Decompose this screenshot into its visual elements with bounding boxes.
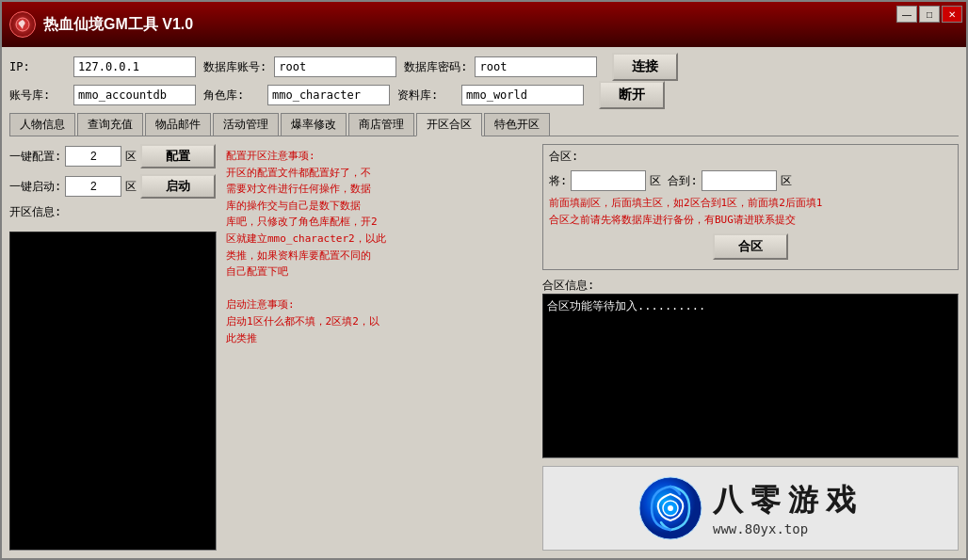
merge-info-area: 合区信息: 合区功能等待加入.......... [542, 274, 959, 458]
tab-item-mail[interactable]: 物品邮件 [145, 113, 211, 136]
form-row-2: 账号库: 角色库: 资料库: 断开 [9, 83, 959, 107]
ip-label: IP: [9, 60, 66, 73]
app-title: 热血仙境GM工具 V1.0 [43, 15, 193, 35]
right-panel: 合区: 将: 区 合到: 区 前面填副区，后面填主区，如2区合到1区，前面填2后… [542, 140, 959, 551]
tab-event-manage[interactable]: 活动管理 [213, 113, 279, 136]
db-account-label: 数据库账号: [203, 59, 266, 75]
merge-to-input[interactable] [702, 170, 777, 191]
connect-button[interactable]: 连接 [612, 53, 678, 81]
db-account-input[interactable] [274, 56, 396, 77]
disconnect-button[interactable]: 断开 [599, 81, 665, 109]
one-click-start-input[interactable] [65, 176, 121, 197]
merge-log-box: 合区功能等待加入.......... [542, 294, 959, 458]
instructions-text: 配置开区注意事项: 开区的配置文件都配置好了，不 需要对文件进行任何操作，数据 … [222, 144, 537, 551]
char-db-input[interactable] [267, 85, 390, 105]
instructions-panel: 配置开区注意事项: 开区的配置文件都配置好了，不 需要对文件进行任何操作，数据 … [222, 140, 537, 551]
tab-drop-modify[interactable]: 爆率修改 [281, 113, 347, 136]
merge-info-label: 合区信息: [542, 278, 959, 294]
jiang-label: 将: [549, 173, 567, 189]
merge-row-1: 将: 区 合到: 区 [549, 170, 952, 191]
account-db-label: 账号库: [9, 88, 66, 104]
merge-title: 合区: [549, 149, 952, 165]
ad-title: 八零游戏 [713, 480, 863, 521]
qu2-label: 区 [781, 173, 792, 189]
merge-section: 合区: 将: 区 合到: 区 前面填副区，后面填主区，如2区合到1区，前面填2后… [542, 144, 959, 270]
title-bar: 热血仙境GM工具 V1.0 — □ ✕ [2, 2, 966, 47]
one-click-config-input[interactable] [65, 146, 121, 167]
config-button[interactable]: 配置 [140, 144, 216, 168]
tab-shop-manage[interactable]: 商店管理 [348, 113, 414, 136]
tab-special-open[interactable]: 特色开区 [484, 113, 550, 136]
one-click-config-row: 一键配置: 区 配置 [9, 144, 217, 168]
left-panel: 一键配置: 区 配置 一键启动: 区 启动 开区信息: [9, 140, 537, 551]
merge-button[interactable]: 合区 [713, 233, 788, 260]
world-db-input[interactable] [461, 85, 584, 105]
ad-logo-icon [637, 475, 703, 541]
minimize-button[interactable]: — [896, 6, 917, 23]
ad-banner: 八零游戏 www.80yx.top [542, 466, 959, 551]
app-icon [9, 11, 36, 38]
start-button[interactable]: 启动 [140, 174, 216, 199]
db-password-label: 数据库密码: [404, 59, 467, 75]
tab-open-merge-zone[interactable]: 开区合区 [416, 113, 482, 136]
one-click-start-row: 一键启动: 区 启动 [9, 174, 217, 199]
one-click-config-label: 一键配置: [9, 149, 61, 165]
account-db-input[interactable] [73, 85, 196, 105]
world-db-label: 资料库: [397, 88, 454, 104]
config-panel: 一键配置: 区 配置 一键启动: 区 启动 开区信息: [9, 140, 217, 551]
window-controls: — □ ✕ [896, 6, 962, 23]
close-button[interactable]: ✕ [942, 6, 962, 23]
tab-character-info[interactable]: 人物信息 [9, 113, 75, 136]
panel-area: 一键配置: 区 配置 一键启动: 区 启动 开区信息: [9, 140, 959, 551]
char-db-label: 角色库: [203, 88, 260, 104]
merge-info-text: 前面填副区，后面填主区，如2区合到1区，前面填2后面填1 合区之前请先将数据库进… [549, 195, 952, 228]
db-password-input[interactable] [475, 56, 597, 77]
one-click-start-label: 一键启动: [9, 179, 61, 195]
zone-label-2: 区 [125, 179, 137, 195]
qu-label: 区 合到: [650, 173, 697, 189]
ip-input[interactable] [73, 56, 196, 77]
open-zone-info-box [9, 232, 217, 551]
ad-url: www.80yx.top [713, 521, 808, 536]
zone-label-1: 区 [125, 149, 137, 165]
tab-recharge-query[interactable]: 查询充值 [77, 113, 143, 136]
tabs-row: 人物信息 查询充值 物品邮件 活动管理 爆率修改 商店管理 开区合区 特色开区 [9, 113, 959, 136]
open-zone-info-label: 开区信息: [9, 204, 217, 220]
ad-text-area: 八零游戏 www.80yx.top [713, 480, 863, 536]
maximize-button[interactable]: □ [919, 6, 940, 23]
merge-log-text: 合区功能等待加入.......... [543, 295, 958, 318]
form-row-1: IP: 数据库账号: 数据库密码: 连接 [9, 55, 959, 79]
merge-from-input[interactable] [571, 170, 646, 191]
svg-point-3 [668, 505, 673, 511]
main-content: IP: 数据库账号: 数据库密码: 连接 账号库: 角色库: 资料库: 断开 人… [2, 47, 966, 558]
main-window: 热血仙境GM工具 V1.0 — □ ✕ IP: 数据库账号: 数据库密码: 连接… [0, 0, 968, 560]
